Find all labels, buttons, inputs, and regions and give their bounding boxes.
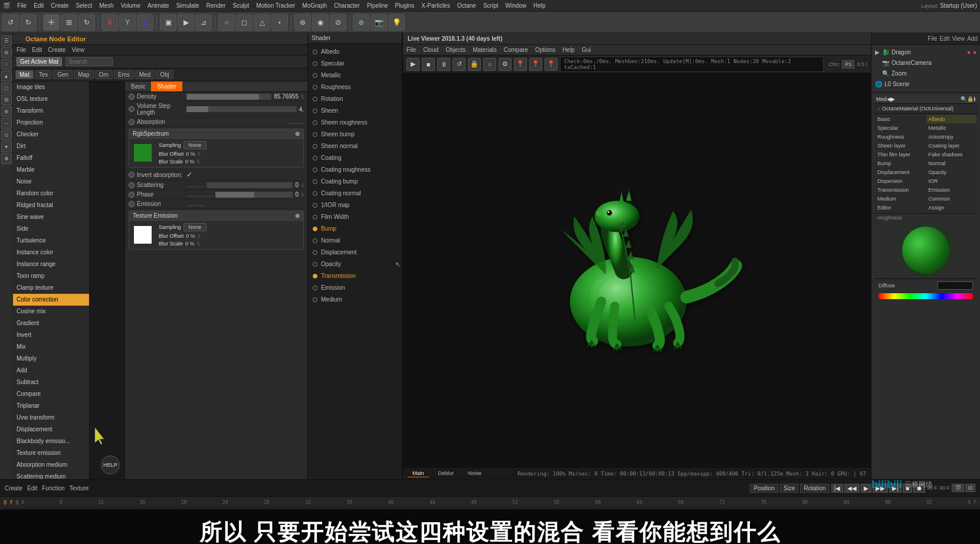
lv-menu-objects[interactable]: Objects [445, 47, 466, 53]
edge-mode[interactable]: ◉ [312, 14, 329, 31]
tool-icon-10[interactable]: ✦ [1, 142, 12, 152]
prop-thin-film[interactable]: Thin film layer [875, 150, 926, 159]
conn-ior-map[interactable]: 1/IOR map [308, 199, 402, 211]
render-region[interactable]: ⊿ [195, 14, 212, 31]
prop-anisotropy[interactable]: Anisotropy [926, 133, 977, 141]
prop-bump[interactable]: Bump [875, 159, 926, 168]
lv-lock[interactable]: 🔒 [468, 58, 481, 71]
tex-falloff[interactable]: Falloff [13, 152, 89, 164]
conn-sheen-bump[interactable]: Sheen bump [308, 129, 402, 140]
density-slider[interactable] [186, 94, 271, 100]
tab-map[interactable]: Map [74, 70, 93, 79]
texemission-close[interactable]: ⊗ [295, 212, 300, 219]
tab-tex[interactable]: Tex [35, 70, 53, 79]
z-axis[interactable]: Z [137, 14, 153, 31]
tool-icon-2[interactable]: ⊕ [1, 47, 12, 58]
edit-label[interactable]: Edit [939, 35, 949, 42]
tex-color-correction[interactable]: Color correction [13, 294, 89, 306]
conn-albedo[interactable]: Albedo [308, 46, 402, 58]
menu-animate[interactable]: Animate [148, 2, 169, 9]
conn-bump[interactable]: Bump [308, 223, 402, 235]
tex-add[interactable]: Add [13, 365, 89, 376]
tex-absorption[interactable]: Absorption medium [13, 459, 89, 471]
conn-rotation[interactable]: Rotation [308, 93, 402, 105]
go-start[interactable]: |◀ [831, 484, 844, 493]
lv-tab-main[interactable]: Main [408, 470, 429, 477]
prop-common[interactable]: Common [926, 195, 977, 203]
conn-roughness[interactable]: Roughness [308, 81, 402, 93]
tab-mat[interactable]: Mat [15, 70, 34, 79]
conn-transmission[interactable]: Transmission [308, 270, 402, 282]
tree-scene[interactable]: 🌐 L0 Scene [874, 79, 978, 90]
menu-select[interactable]: Select [76, 2, 92, 9]
move-tool[interactable]: ✛ [43, 14, 60, 31]
frame-select[interactable]: ▣ [160, 14, 176, 31]
tab-obj[interactable]: Obj [156, 70, 173, 79]
invert-dot[interactable] [129, 172, 135, 178]
menu-sculpt[interactable]: Sculpt [232, 2, 249, 9]
tex-random-color[interactable]: Random color [13, 188, 89, 199]
tex-ridged-fractal[interactable]: Ridged fractal [13, 199, 89, 211]
prop-metallic[interactable]: Metallic [926, 124, 977, 132]
menu-octane[interactable]: Octane [457, 2, 476, 9]
tab-om[interactable]: Om [95, 70, 113, 79]
prop-emission[interactable]: Emission [926, 186, 977, 194]
add-label[interactable]: Add [967, 35, 978, 42]
anim-texture[interactable]: Texture [70, 485, 89, 491]
help-button[interactable]: HELP [101, 455, 120, 474]
tree-camera[interactable]: 📷 OctaneCamera [881, 58, 978, 68]
prop-coating-layer[interactable]: Coating layer [926, 142, 977, 150]
menu-mograph[interactable]: MoGraph [302, 2, 327, 9]
menu-render[interactable]: Render [207, 2, 226, 9]
tex-blackbody[interactable]: Blackbody emissio... [13, 435, 89, 447]
mod-back[interactable]: ◀ [887, 96, 891, 102]
render-btn[interactable]: 🎬 [952, 484, 964, 492]
menu-plugins[interactable]: Plugins [395, 2, 415, 9]
tool-icon-3[interactable]: ○ [1, 59, 12, 70]
menu-mesh[interactable]: Mesh [99, 2, 113, 9]
menu-motion-tracker[interactable]: Motion Tracker [256, 2, 295, 9]
ne-menu-file[interactable]: File [17, 47, 26, 53]
y-axis[interactable]: Y [119, 14, 136, 31]
conn-coating-roughness[interactable]: Coating roughness [308, 164, 402, 176]
tex-clamp[interactable]: Clamp texture [13, 282, 89, 294]
tex-scattering[interactable]: Scattering medium [13, 471, 89, 479]
phase-slider[interactable] [215, 192, 293, 198]
ne-menu-view[interactable]: View [71, 47, 84, 53]
prop-displacement[interactable]: Displacement [875, 168, 926, 176]
tex-turbulence[interactable]: Turbulence [13, 235, 89, 247]
search-input[interactable] [65, 57, 113, 66]
node-canvas[interactable]: Noise Transform Projection [90, 81, 124, 479]
rgb-color-preview[interactable] [134, 144, 152, 162]
octane-btn[interactable]: O [965, 484, 975, 492]
tex-gradient[interactable]: Gradient [13, 317, 89, 329]
prop-fake-shadows[interactable]: Fake shadows [926, 150, 977, 159]
tree-zoom[interactable]: 🔍 Zoom [881, 68, 978, 79]
tex-image-tiles[interactable]: Image tiles [13, 81, 89, 93]
mod-info[interactable]: ℹ [974, 96, 975, 102]
ne-menu-create[interactable]: Create [48, 47, 65, 53]
menu-window[interactable]: Window [506, 2, 527, 9]
point-mode[interactable]: ⊘ [330, 14, 346, 31]
conn-sheen-normal[interactable]: Sheen normal [308, 140, 402, 152]
conn-sheen-roughness[interactable]: Sheen roughness [308, 117, 402, 129]
snap-tool[interactable]: ⊕ [353, 14, 369, 31]
white-swatch[interactable] [134, 226, 152, 244]
menu-edit[interactable]: Edit [34, 2, 44, 9]
conn-medium[interactable]: Medium [308, 294, 402, 306]
prop-ior[interactable]: IOR [926, 177, 977, 185]
color-gradient-bar[interactable] [879, 293, 973, 299]
tool-icon-9[interactable]: ⊙ [1, 130, 12, 140]
menu-xparticles[interactable]: X-Particles [421, 2, 450, 9]
tex-osl[interactable]: OSL texture [13, 93, 89, 105]
tree-dragon[interactable]: ▶ 🐉 Dragon ● ● [874, 47, 978, 58]
density-dot[interactable] [129, 94, 135, 100]
line-select[interactable]: ⋆ [271, 14, 288, 31]
tab-shader[interactable]: Shader [151, 81, 182, 91]
tex-toon-ramp[interactable]: Toon ramp [13, 270, 89, 282]
conn-coating-normal[interactable]: Coating normal [308, 188, 402, 199]
menu-help[interactable]: Help [533, 2, 546, 9]
lv-stop[interactable]: ■ [422, 58, 435, 71]
volume-step-dot[interactable] [129, 106, 135, 112]
anim-create[interactable]: Create [5, 485, 22, 491]
